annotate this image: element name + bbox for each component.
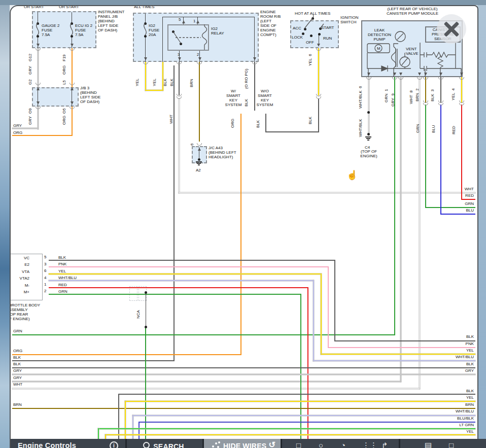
diagram-label: GRN xyxy=(465,201,474,206)
diagram-label: PNK xyxy=(466,341,474,346)
diagram-label: BRN xyxy=(13,402,22,407)
wire-gry xyxy=(12,374,475,375)
wire-label-vertical: (O RO PG) xyxy=(244,68,249,89)
wire-ltg xyxy=(98,428,99,439)
diagram-label: J/C A43 (BEHIND LEFT HEADLIGHT) xyxy=(209,146,236,159)
wire-thin xyxy=(38,12,38,23)
undo-icon[interactable]: ↺ xyxy=(269,440,275,448)
wire-grn xyxy=(300,294,301,439)
connector-pin xyxy=(177,96,182,99)
junction-dot xyxy=(144,22,147,25)
wire-arrow xyxy=(393,73,396,76)
wire-blk xyxy=(12,360,174,361)
wire-yel xyxy=(321,354,475,355)
diagram-label: ECU IG 2 FUSE 7.5A xyxy=(75,23,92,37)
hide-wires-button[interactable]: HIDE WIRES ↺ xyxy=(204,439,281,448)
wire-label-vertical: O9 xyxy=(28,108,32,114)
wire-arrow xyxy=(178,57,181,60)
wire-label-vertical: GRN xyxy=(415,124,420,133)
diagram-label: VTA2 xyxy=(20,276,29,281)
wire-thin xyxy=(162,17,163,62)
wire-gry xyxy=(12,128,38,129)
diagram-label: GRN xyxy=(58,289,67,294)
wire-label-vertical: YEL xyxy=(135,79,140,86)
wire-label-vertical: BLU xyxy=(431,125,436,133)
junction-dot xyxy=(311,17,314,20)
diagram-label: ALL TIMES xyxy=(134,5,154,9)
wire-label-vertical: BLK xyxy=(163,79,167,86)
wire-blk xyxy=(265,114,266,132)
background-right-strip xyxy=(477,0,486,448)
diagram-label: M+ xyxy=(24,290,29,294)
wire-thin xyxy=(254,17,255,62)
diagram-label: M xyxy=(377,46,380,51)
wire-blk xyxy=(12,367,475,368)
wire-wht xyxy=(179,192,475,193)
wire-label-vertical: GRY 9 xyxy=(391,93,395,107)
diagram-label: RED xyxy=(465,193,474,198)
wire-blk xyxy=(179,62,180,95)
wire-thin xyxy=(162,17,254,17)
wire-blk xyxy=(49,260,335,261)
diagram-title: Engine Controls xyxy=(18,441,76,448)
info-icon[interactable]: i xyxy=(110,441,118,448)
mouse-cursor-icon: ☝ xyxy=(346,169,358,181)
wire-blk xyxy=(265,131,319,132)
wire-label-vertical: WHT/BLK xyxy=(358,119,363,137)
wire-label-vertical: G12 xyxy=(28,54,32,61)
wire-label-vertical: GRY xyxy=(28,66,32,75)
toolbar-output-section: ▤ □ xyxy=(400,439,486,448)
diagram-label: START xyxy=(321,25,334,30)
diagram-label: WHT/BLU xyxy=(456,355,474,359)
wire-brn xyxy=(199,62,200,142)
printer-icon[interactable]: ▤ xyxy=(425,441,432,448)
diagram-label: YEL xyxy=(466,395,474,400)
wire-wbl xyxy=(313,360,475,361)
connector-pin xyxy=(459,103,464,106)
diagram-label: ORG xyxy=(13,130,22,135)
search-button[interactable]: SEARCH xyxy=(127,439,202,448)
share-icon[interactable]: ↱ xyxy=(381,441,388,448)
wire-label-vertical: ORG xyxy=(62,65,66,75)
window-icon[interactable]: □ xyxy=(296,441,301,448)
ignition-switch-box xyxy=(290,20,339,48)
wire-arrow xyxy=(424,73,427,76)
diagram-label: M- xyxy=(25,283,29,288)
wiring-diagram-page[interactable]: OR STARTOR STARTALL TIMESINSTRUMENT PANE… xyxy=(10,5,478,448)
wire-arrow xyxy=(144,57,147,60)
diagram-label: ACC xyxy=(293,26,301,30)
wire-yel xyxy=(318,48,319,95)
junction-dot xyxy=(304,28,306,30)
wire-label-vertical: BLK xyxy=(169,79,174,86)
diagram-label: (LEFT REAR OF VEHICLE) CANISTER PUMP MOD… xyxy=(374,7,450,16)
connector-pin xyxy=(70,48,75,51)
diagram-label: BLK xyxy=(58,255,66,260)
wire-arrow xyxy=(196,20,199,23)
diagram-label: VTA xyxy=(22,269,29,274)
wire-label-vertical: YEL 4 xyxy=(451,88,456,100)
diagram-label: 3 xyxy=(44,262,46,266)
wire-yel xyxy=(145,90,163,91)
diagram-label: GRY xyxy=(13,375,22,380)
wire-arrow xyxy=(71,44,74,47)
junction-dot xyxy=(302,32,304,35)
diagram-label: HOT AT ALL TIMES xyxy=(295,11,330,16)
close-icon[interactable] xyxy=(437,14,466,44)
connector-pin xyxy=(70,107,75,109)
app-window: { "toolbar": { "title": "Engine Controls… xyxy=(0,0,486,448)
wire-arrow xyxy=(182,20,185,23)
adjust-icon[interactable]: ⋮⋮ xyxy=(362,441,377,448)
wire-label-vertical: BLK 3 xyxy=(430,89,435,101)
zoom-icon[interactable]: ○ xyxy=(319,441,323,448)
wire-label-vertical: YEL 6 xyxy=(308,54,313,66)
export-icon[interactable]: □ xyxy=(449,441,454,448)
diagram-label: RUN xyxy=(323,36,332,41)
diagram-label: YEL xyxy=(466,429,474,434)
diagram-label: J/B 3 (BEHIND LEFT SIDE OF DASH) xyxy=(80,86,100,104)
junction-dot xyxy=(172,30,175,33)
wiring-diagram-canvas: OR STARTOR STARTALL TIMESINSTRUMENT PANE… xyxy=(10,5,478,448)
diagram-label: 6 xyxy=(44,268,46,273)
history-icon[interactable]: ◔ xyxy=(341,441,345,448)
diagram-label: GAUGE 2 FUSE 7.5A xyxy=(42,23,60,37)
diagram-label: W/O SMART KEY SYSTEM xyxy=(251,89,279,107)
